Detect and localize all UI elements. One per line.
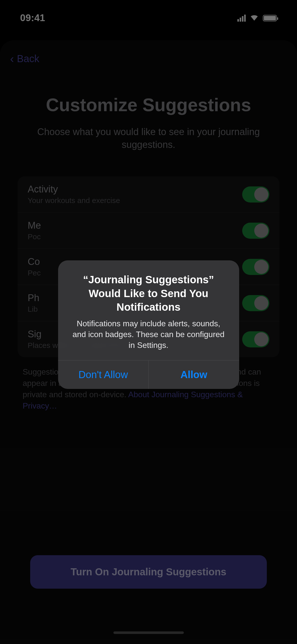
dont-allow-button[interactable]: Don't Allow	[58, 360, 149, 389]
notification-permission-alert: “Journaling Suggestions” Would Like to S…	[58, 260, 239, 389]
allow-button[interactable]: Allow	[149, 360, 239, 389]
alert-message: Notifications may include alerts, sounds…	[71, 318, 227, 351]
alert-title: “Journaling Suggestions” Would Like to S…	[71, 273, 227, 314]
